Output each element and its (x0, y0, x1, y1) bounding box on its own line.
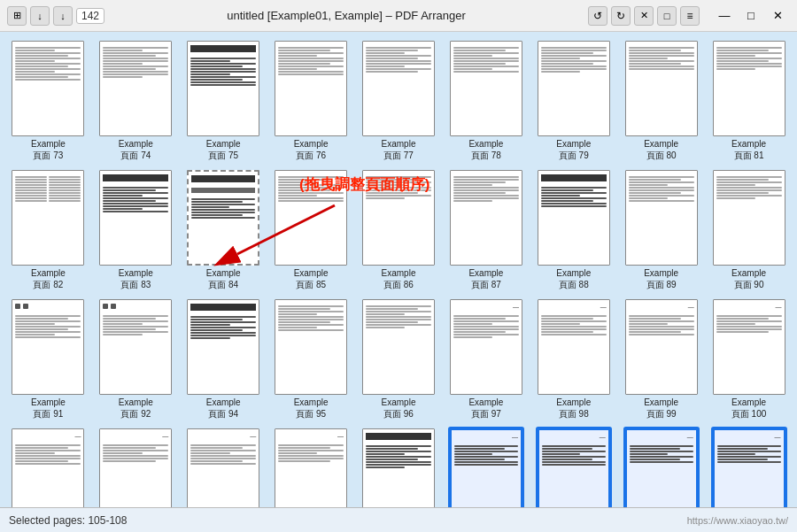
page-label: Example頁面 84 (206, 267, 241, 290)
page-thumb (12, 41, 84, 136)
page-count: 142 (76, 8, 104, 24)
list-item[interactable]: Example頁面 88 (532, 170, 615, 290)
page-label: Example頁面 80 (644, 138, 678, 161)
page-label: Example頁面 85 (294, 267, 329, 290)
list-item[interactable]: Example頁面 86 (358, 170, 440, 290)
list-item[interactable]: Example頁面 81 (708, 41, 790, 161)
page-label: Example頁面 98 (556, 397, 591, 420)
title-bar: ⊞ ↓ ↓ 142 untitled [Example01, Example] … (0, 0, 797, 32)
status-bar: Selected pages: 105-108 https://www.xiao… (0, 507, 797, 532)
list-item[interactable]: — Example頁面 101 (7, 428, 89, 507)
page-label: Example頁面 79 (556, 138, 591, 161)
list-item[interactable]: — Example頁面 97 (445, 299, 527, 420)
page-label: Example頁面 92 (119, 397, 153, 420)
list-item[interactable]: Example頁面 75 (182, 41, 265, 161)
undo-button[interactable]: ↺ (588, 6, 607, 26)
pages-container: Example頁面 73 (7, 41, 790, 507)
list-item[interactable]: — Example頁面 102 (95, 428, 177, 507)
list-item[interactable]: Example頁面 76 (270, 41, 352, 161)
list-item[interactable]: Example頁面 89 (620, 170, 702, 290)
page-label: Example頁面 82 (31, 267, 66, 290)
row-4: — Example頁面 101 (7, 428, 790, 507)
toolbar-right: ↺ ↻ ✕ □ ≡ (588, 6, 700, 26)
page-label: Example頁面 76 (294, 138, 329, 161)
page-label: Example頁面 81 (731, 138, 766, 161)
page-label: Example頁面 91 (31, 397, 66, 420)
list-item[interactable]: — Example頁面 104 (270, 428, 352, 507)
minimize-button[interactable]: — (712, 6, 737, 26)
page-label: Example頁面 88 (556, 267, 591, 290)
list-item[interactable]: Example頁面 77 (358, 41, 440, 161)
page-label: Example頁面 74 (119, 138, 153, 161)
list-item[interactable]: — Example頁面 100 (708, 299, 790, 420)
download2-icon[interactable]: ↓ (53, 6, 73, 26)
list-item[interactable]: Example頁面 94 (182, 299, 265, 420)
list-item[interactable]: Example頁面 92 (95, 299, 177, 420)
list-item[interactable]: Example頁面 96 (358, 299, 440, 420)
page-label: Example頁面 75 (206, 138, 241, 161)
list-item[interactable]: Example頁面 73 (7, 41, 89, 161)
list-item[interactable]: Example頁面 74 (95, 41, 177, 161)
status-text: Selected pages: 105-108 (9, 514, 127, 527)
page-label: Example頁面 86 (382, 267, 416, 290)
page-label: Example頁面 97 (468, 397, 503, 420)
list-item[interactable]: — Example頁面 106 (445, 428, 527, 507)
list-item[interactable]: Example頁面 78 (445, 41, 527, 161)
list-item[interactable]: Example頁面 91 (7, 299, 89, 420)
page-label: Example頁面 99 (644, 397, 678, 420)
page-label: Example頁面 100 (731, 397, 766, 420)
list-item[interactable]: — Example頁面 108 (620, 428, 702, 507)
list-item[interactable]: Example頁面 80 (620, 41, 702, 161)
window-title: untitled [Example01, Example] – PDF Arra… (110, 9, 583, 22)
page-label: Example頁面 96 (382, 397, 416, 420)
main-content: Example頁面 73 (0, 32, 797, 507)
list-item[interactable]: — Example頁面 107 (532, 428, 615, 507)
close-x-icon[interactable]: ✕ (634, 6, 654, 26)
page-label: Example頁面 78 (468, 138, 503, 161)
row-3: Example頁面 91 (7, 299, 790, 420)
list-item[interactable]: Example頁面 79 (532, 41, 615, 161)
page-label: Example頁面 87 (468, 267, 503, 290)
list-item[interactable]: Example頁面 87 (445, 170, 527, 290)
menu-icon[interactable]: ≡ (680, 6, 700, 26)
square-icon[interactable]: □ (657, 6, 677, 26)
redo-button[interactable]: ↻ (611, 6, 631, 26)
list-item[interactable]: Example頁面 90 (708, 170, 790, 290)
page-label: Example頁面 73 (31, 138, 66, 161)
list-item[interactable]: — Example頁面 98 (532, 299, 615, 420)
list-item[interactable]: Example頁面 82 (7, 170, 89, 290)
page-label: Example頁面 95 (294, 397, 329, 420)
app-window: ⊞ ↓ ↓ 142 untitled [Example01, Example] … (0, 0, 797, 532)
list-item[interactable]: — Example頁面 103 (182, 428, 265, 507)
list-item[interactable]: — Example頁面 109 (708, 428, 790, 507)
page-label: Example頁面 77 (382, 138, 416, 161)
list-item[interactable]: Example頁面 85 (270, 170, 352, 290)
status-url: https://www.xiaoyao.tw/ (687, 515, 788, 526)
page-label: Example頁面 89 (644, 267, 678, 290)
download-icon[interactable]: ↓ (30, 6, 50, 26)
row-1: Example頁面 73 (7, 41, 790, 161)
page-label: Example頁面 90 (731, 267, 766, 290)
window-controls: — □ ✕ (712, 6, 790, 26)
list-item[interactable]: Example頁面 84 (182, 170, 265, 290)
monitor-icon[interactable]: ⊞ (7, 6, 27, 26)
toolbar-left: ⊞ ↓ ↓ 142 (7, 6, 104, 26)
list-item[interactable]: Example頁面 95 (270, 299, 352, 420)
page-label: Example頁面 83 (119, 267, 153, 290)
row-2: Example頁面 82 (7, 170, 790, 290)
list-item[interactable]: Example頁面 83 (95, 170, 177, 290)
close-button[interactable]: ✕ (765, 6, 790, 26)
maximize-button[interactable]: □ (739, 6, 763, 26)
list-item[interactable]: Example頁面 105 (358, 428, 440, 507)
list-item[interactable]: — Example頁面 99 (620, 299, 702, 420)
page-label: Example頁面 94 (206, 397, 241, 420)
